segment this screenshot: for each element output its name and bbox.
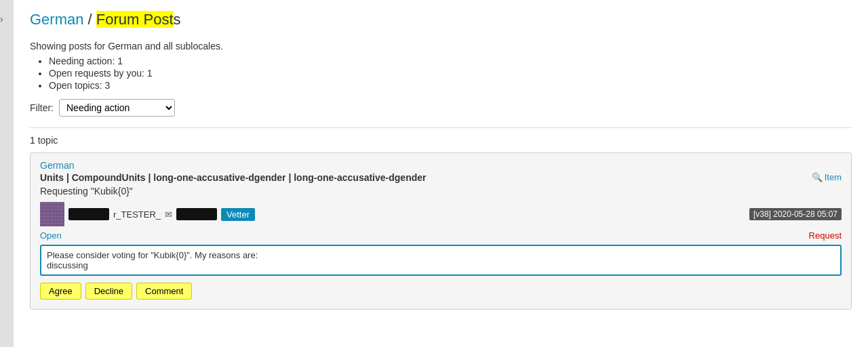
comment-line2: discussing xyxy=(47,260,835,270)
status-row: Open Request xyxy=(40,230,842,241)
comment-button[interactable]: Comment xyxy=(136,283,192,300)
status-request: Request xyxy=(809,230,842,241)
summary-list: Needing action: 1 Open requests by you: … xyxy=(49,56,852,91)
avatar xyxy=(40,202,64,226)
topic-request: Requesting "Kubik{0}" xyxy=(40,186,842,197)
email-icon: ✉ xyxy=(165,209,172,220)
divider-top xyxy=(30,127,852,128)
breadcrumb-separator: / xyxy=(88,11,96,28)
summary-intro: Showing posts for German and all subloca… xyxy=(30,41,852,52)
breadcrumb-highlight: Forum Post xyxy=(96,11,174,28)
agree-button[interactable]: Agree xyxy=(40,283,81,300)
sidebar-toggle[interactable]: › xyxy=(0,0,14,347)
topic-item-link-label: Item xyxy=(825,172,842,182)
topic-item-link[interactable]: 🔍 Item xyxy=(812,172,842,182)
comment-box: Please consider voting for "Kubik{0}". M… xyxy=(40,245,842,276)
user-paren-redacted xyxy=(176,208,217,220)
topic-count: 1 topic xyxy=(30,135,852,146)
breadcrumb-page-title: Forum Posts xyxy=(96,11,181,28)
version-badge: [v38] 2020-05-28 05:07 xyxy=(749,208,842,220)
decline-button[interactable]: Decline xyxy=(85,283,132,300)
summary-item-open-topics: Open topics: 3 xyxy=(49,80,852,91)
summary-item-open-requests: Open requests by you: 1 xyxy=(49,68,852,79)
vetter-badge: Vetter xyxy=(221,208,255,221)
filter-row: Filter: Needing action Open requests by … xyxy=(30,99,852,117)
filter-select[interactable]: Needing action Open requests by you Open… xyxy=(59,99,175,117)
search-icon: 🔍 xyxy=(812,172,823,182)
user-info: r_TESTER_ ✉ Vetter xyxy=(40,202,255,226)
user-name-redacted xyxy=(68,208,109,220)
topic-card: German Units | CompoundUnits | long-one-… xyxy=(30,152,852,310)
breadcrumb: German / Forum Posts xyxy=(30,11,852,28)
topic-title-row: Units | CompoundUnits | long-one-accusat… xyxy=(40,172,842,186)
main-content: German / Forum Posts Showing posts for G… xyxy=(14,0,868,347)
topic-meta-row: r_TESTER_ ✉ Vetter [v38] 2020-05-28 05:0… xyxy=(40,202,842,226)
user-tester-label: r_TESTER_ xyxy=(113,209,161,220)
summary-section: Showing posts for German and all subloca… xyxy=(30,41,852,91)
chevron-right-icon: › xyxy=(0,14,3,24)
status-open: Open xyxy=(40,230,62,241)
action-buttons: Agree Decline Comment xyxy=(40,283,842,300)
comment-line1: Please consider voting for "Kubik{0}". M… xyxy=(47,250,835,260)
breadcrumb-locale-link[interactable]: German xyxy=(30,11,83,28)
breadcrumb-suffix: s xyxy=(174,11,181,28)
topic-title: Units | CompoundUnits | long-one-accusat… xyxy=(40,172,426,183)
filter-label: Filter: xyxy=(30,102,54,113)
topic-locale-link[interactable]: German xyxy=(40,160,842,171)
summary-item-needing-action: Needing action: 1 xyxy=(49,56,852,66)
